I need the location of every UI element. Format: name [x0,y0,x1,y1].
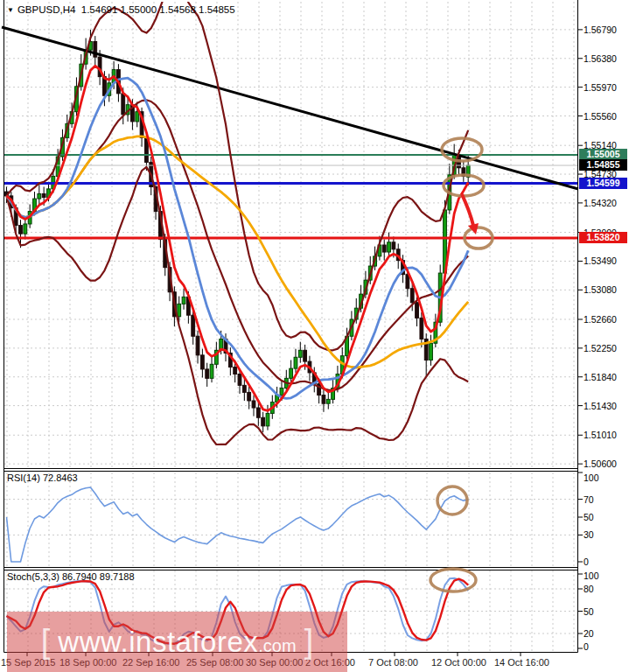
grid-lines [4,2,577,651]
rsi-line [7,487,469,562]
watermark-bracket-right: ] [304,623,314,661]
candlesticks [5,30,470,432]
symbol-name: GBPUSD,H4 [17,4,75,15]
watermark-bracket-left: [ [41,623,51,661]
sell-arrow[interactable] [462,194,473,226]
watermark: [ www.instaforex .com ] [7,612,347,672]
watermark-suffix: .com [258,636,296,656]
rsi-panel-plot [7,487,469,562]
bollinger-middle-band [7,100,469,390]
symbol-ohlc-values: 1.54691 1.55000 1.54568 1.54855 [81,4,235,15]
trading-chart-window: 15 Sep 201518 Sep 00:0022 Sep 16:0025 Se… [0,0,629,672]
chart-dropdown-icon[interactable]: ▼ [7,6,14,14]
stoch-indicator-label: Stoch(5,3,3) 86.7940 89.7188 [7,571,135,582]
watermark-text: www.instaforex [58,626,258,659]
descending-trendline[interactable] [2,27,578,189]
overlay-indicators [7,0,469,444]
symbol-title: ▼GBPUSD,H4 1.54691 1.55000 1.54568 1.548… [7,4,235,15]
rsi-indicator-label: RSI(14) 72.8463 [7,472,78,483]
bollinger-upper-band [7,0,469,350]
analysis-annotations [430,138,493,592]
